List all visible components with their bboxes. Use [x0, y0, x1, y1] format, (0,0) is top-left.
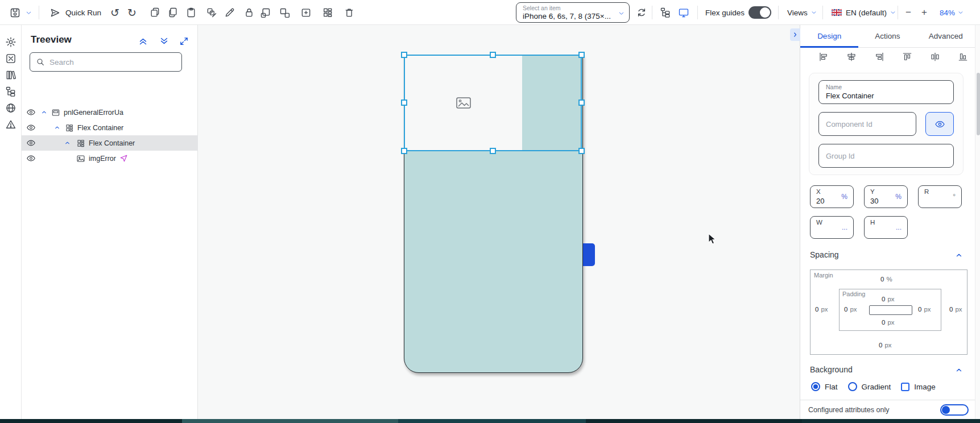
- name-field[interactable]: Name Flex Container: [818, 80, 954, 104]
- group-button[interactable]: [259, 0, 271, 25]
- library-books-icon[interactable]: [5, 69, 16, 81]
- expand-all-icon[interactable]: [159, 36, 169, 46]
- warnings-icon[interactable]: [5, 119, 16, 130]
- component-id-field[interactable]: Component Id: [818, 112, 916, 136]
- zoom-out-button[interactable]: −: [905, 0, 911, 25]
- design-canvas[interactable]: [198, 25, 800, 419]
- configured-attributes-toggle[interactable]: [940, 404, 969, 416]
- resize-handle-nw[interactable]: [401, 52, 407, 58]
- margin-top-value[interactable]: 0%: [880, 276, 892, 283]
- panel-drag-handle[interactable]: [583, 243, 595, 266]
- inspector-scrollbar[interactable]: [975, 25, 980, 419]
- save-icon[interactable]: [9, 0, 21, 25]
- visibility-eye-icon[interactable]: [26, 123, 36, 132]
- padding-center-input[interactable]: [869, 305, 912, 315]
- tree-item-pnlgeneralerrorua[interactable]: pnlGeneralErrorUa: [22, 105, 198, 120]
- format-painter-icon[interactable]: [206, 0, 217, 25]
- locale-dropdown[interactable]: EN (default): [832, 0, 896, 25]
- layout-tree-button[interactable]: [660, 0, 671, 25]
- align-left-icon[interactable]: [818, 52, 829, 62]
- group-id-field[interactable]: Group Id: [818, 144, 954, 168]
- scrollbar-thumb[interactable]: [977, 73, 980, 135]
- device-select-dropdown[interactable]: Select an item iPhone 6, 6s, 7, 8 (375×.…: [516, 2, 630, 23]
- align-bottom-icon[interactable]: [958, 52, 968, 62]
- tab-actions[interactable]: Actions: [858, 25, 916, 47]
- components-box-icon[interactable]: [5, 53, 16, 64]
- padding-right-value[interactable]: 0px: [918, 306, 931, 313]
- globe-icon[interactable]: [5, 102, 16, 114]
- zoom-in-button[interactable]: +: [921, 0, 927, 25]
- y-position-field[interactable]: Y 30 %: [864, 185, 908, 208]
- collapse-chevron-icon[interactable]: [64, 140, 71, 146]
- margin-bottom-value[interactable]: 0px: [879, 342, 892, 349]
- margin-left-value[interactable]: 0px: [815, 306, 828, 313]
- image-icon: [76, 154, 85, 163]
- visibility-eye-icon[interactable]: [26, 138, 36, 148]
- lock-button[interactable]: [243, 0, 255, 25]
- chevron-down-icon: [618, 10, 625, 17]
- resize-handle-s[interactable]: [490, 148, 496, 154]
- quick-run-button[interactable]: Quick Run: [49, 0, 101, 25]
- background-type-options: Flat Gradient Image: [811, 382, 946, 391]
- resize-handle-n[interactable]: [490, 52, 496, 58]
- tree-item-flex-container-outer[interactable]: Flex Container: [22, 120, 198, 135]
- tab-design[interactable]: Design: [800, 25, 858, 47]
- views-dropdown[interactable]: Views: [787, 0, 817, 25]
- expand-panel-icon[interactable]: [179, 36, 189, 46]
- copy-button[interactable]: [149, 0, 160, 25]
- tab-advanced[interactable]: Advanced: [917, 25, 975, 47]
- duplicate-button[interactable]: [167, 0, 179, 25]
- flex-guides-toggle[interactable]: [749, 0, 771, 25]
- spacing-collapse-chevron-icon[interactable]: [955, 251, 963, 259]
- tree-item-imgerror[interactable]: imgError: [22, 151, 198, 166]
- paste-button[interactable]: [185, 0, 197, 25]
- align-right-icon[interactable]: [874, 52, 884, 62]
- collapse-chevron-icon[interactable]: [41, 109, 47, 115]
- toolbar-separator: [898, 6, 898, 19]
- padding-top-value[interactable]: 0px: [882, 296, 895, 302]
- add-frame-button[interactable]: [300, 0, 312, 25]
- resize-handle-e[interactable]: [578, 99, 585, 106]
- components-button[interactable]: [322, 0, 333, 25]
- save-menu-chevron-icon[interactable]: [25, 0, 32, 25]
- height-field[interactable]: H ...: [864, 216, 908, 239]
- preview-monitor-button[interactable]: [678, 0, 689, 25]
- margin-right-value[interactable]: 0px: [949, 306, 962, 313]
- settings-gear-icon[interactable]: [5, 36, 16, 48]
- redo-button[interactable]: ↻: [127, 0, 137, 25]
- delete-button[interactable]: [344, 0, 355, 25]
- resize-handle-sw[interactable]: [401, 148, 407, 154]
- align-middle-icon[interactable]: [930, 52, 940, 62]
- visibility-eye-icon[interactable]: [26, 154, 36, 163]
- align-top-icon[interactable]: [902, 52, 912, 62]
- ungroup-button[interactable]: [279, 0, 291, 25]
- refresh-button[interactable]: [636, 0, 647, 25]
- collapse-chevron-icon[interactable]: [54, 125, 60, 131]
- panel-collapse-button[interactable]: [790, 28, 800, 41]
- collapse-all-icon[interactable]: [138, 36, 148, 46]
- padding-bottom-value[interactable]: 0px: [882, 319, 895, 326]
- image-checkbox[interactable]: [901, 383, 909, 391]
- margin-label: Margin: [814, 272, 833, 279]
- style-pen-icon[interactable]: [224, 0, 235, 25]
- resize-handle-w[interactable]: [401, 99, 407, 106]
- search-input[interactable]: [49, 58, 169, 67]
- align-center-icon[interactable]: [846, 52, 857, 62]
- undo-button[interactable]: ↺: [110, 0, 119, 25]
- tree-item-flex-container-selected[interactable]: Flex Container: [22, 135, 198, 151]
- hierarchy-tree-icon[interactable]: [5, 86, 16, 97]
- resize-handle-ne[interactable]: [578, 52, 585, 58]
- padding-left-value[interactable]: 0px: [844, 306, 857, 313]
- width-field[interactable]: W ...: [810, 216, 854, 239]
- name-field-value: Flex Container: [826, 92, 874, 100]
- visibility-eye-icon[interactable]: [26, 107, 36, 117]
- gradient-label: Gradient: [862, 383, 891, 391]
- gradient-radio[interactable]: [848, 382, 857, 391]
- zoom-level-dropdown[interactable]: 84%: [940, 0, 964, 25]
- resize-handle-se[interactable]: [578, 148, 585, 154]
- x-position-field[interactable]: X 20 %: [810, 185, 854, 208]
- flat-radio[interactable]: [811, 382, 820, 391]
- background-collapse-chevron-icon[interactable]: [955, 366, 963, 374]
- component-visibility-button[interactable]: [925, 112, 954, 136]
- rotation-field[interactable]: R °: [918, 185, 962, 208]
